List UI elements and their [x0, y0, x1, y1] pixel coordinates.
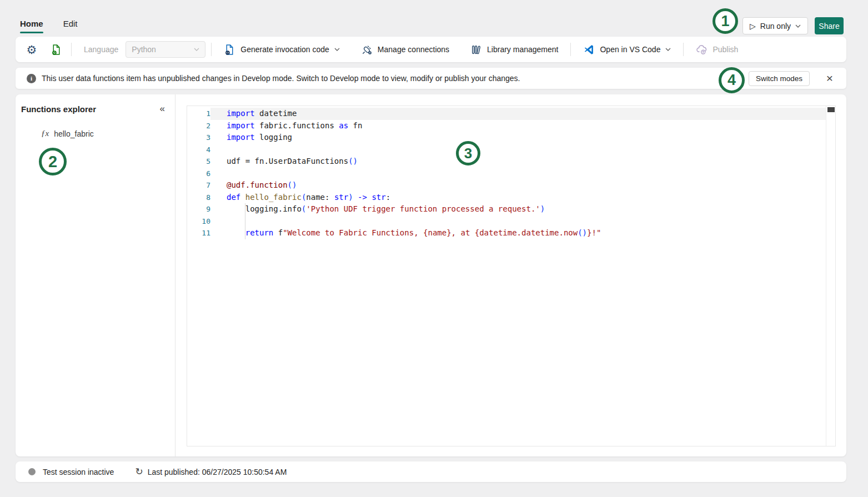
language-label: Language [84, 45, 118, 54]
functions-explorer: Functions explorer « ƒxhello_fabric [16, 94, 175, 456]
code-text: logging.info('Python UDF trigger functio… [210, 203, 826, 215]
line-number: 8 [187, 192, 210, 204]
line-number: 11 [187, 227, 210, 239]
code-line-7: 7@udf.function() [187, 179, 826, 192]
main-panel: Functions explorer « ƒxhello_fabric 1imp… [16, 94, 846, 456]
code-lines: 1import datetime2import fabric.functions… [187, 108, 826, 239]
code-line-11: 11 return f"Welcome to Fabric Functions,… [187, 227, 826, 239]
annotation-circle-2: 2 [39, 148, 67, 175]
code-text: def hello_fabric(name: str) -> str: [210, 192, 826, 204]
line-number: 7 [187, 179, 210, 192]
fx-icon: ƒx [41, 129, 49, 138]
function-item-hello_fabric[interactable]: ƒxhello_fabric [41, 129, 175, 138]
code-text: return f"Welcome to Fabric Functions, {n… [210, 227, 826, 239]
generate-invocation-code-label: Generate invocation code [240, 45, 329, 54]
code-text: import fabric.functions as fn [210, 120, 826, 132]
scrollbar-thumb[interactable] [827, 107, 835, 112]
chevron-down-icon [194, 48, 199, 51]
session-status-dot [28, 468, 36, 475]
toolbar-divider [683, 43, 684, 56]
books-icon [470, 44, 482, 56]
line-number: 6 [187, 168, 210, 180]
toolbar: ⚙ Language Python Generate invocation [16, 37, 846, 62]
generate-invocation-code-button[interactable]: Generate invocation code [217, 40, 347, 59]
publish-button[interactable]: Publish [689, 40, 745, 59]
publish-label: Publish [713, 45, 738, 54]
code-line-4: 4 [187, 144, 826, 156]
annotation-circle-3: 3 [456, 141, 480, 165]
tab-edit[interactable]: Edit [63, 19, 78, 33]
line-number: 1 [187, 108, 210, 120]
chevron-down-icon [334, 48, 340, 51]
code-line-8: 8def hello_fabric(name: str) -> str: [187, 192, 826, 204]
refresh-functions-button[interactable] [47, 40, 66, 59]
vscode-icon [583, 44, 595, 56]
open-in-vscode-button[interactable]: Open in VS Code [576, 40, 678, 59]
code-text [210, 215, 826, 228]
manage-connections-button[interactable]: Manage connections [354, 40, 456, 59]
open-in-vscode-label: Open in VS Code [600, 45, 660, 54]
line-number: 9 [187, 203, 210, 215]
info-icon: i [27, 74, 36, 83]
plug-gear-icon [361, 44, 373, 56]
code-line-6: 6 [187, 168, 826, 180]
line-number: 4 [187, 144, 210, 156]
collapse-sidebar-icon[interactable]: « [160, 103, 165, 114]
run-only-label: Run only [760, 22, 791, 31]
language-select: Python [126, 41, 205, 58]
code-line-2: 2import fabric.functions as fn [187, 120, 826, 132]
cloud-upload-icon [696, 44, 708, 56]
session-status-label: Test session inactive [43, 468, 114, 476]
run-only-button[interactable]: ▷ Run only [742, 17, 808, 34]
settings-button[interactable]: ⚙ [22, 40, 41, 59]
play-icon: ▷ [750, 22, 756, 31]
toolbar-divider [211, 43, 212, 56]
annotation-circle-1: 1 [713, 8, 738, 34]
code-text: @udf.function() [210, 179, 826, 192]
switch-modes-button[interactable]: Switch modes [749, 71, 810, 86]
banner-message: This user data functions item has unpubl… [42, 74, 520, 83]
annotation-circle-4: 4 [719, 67, 745, 93]
tab-home[interactable]: Home [20, 19, 43, 33]
code-line-3: 3import logging [187, 132, 826, 144]
share-button[interactable]: Share [815, 17, 844, 34]
code-text: udf = fn.UserDataFunctions() [210, 155, 826, 168]
last-published-label: Last published: 06/27/2025 10:50:54 AM [148, 468, 287, 476]
code-editor[interactable]: 1import datetime2import fabric.functions… [187, 106, 836, 446]
editor-scrollbar[interactable] [826, 106, 835, 446]
code-text: import datetime [210, 108, 826, 120]
refresh-icon[interactable]: ↻ [135, 466, 143, 478]
library-management-label: Library management [487, 45, 558, 54]
document-code-icon [224, 44, 235, 56]
code-text [210, 168, 826, 180]
functions-explorer-title: Functions explorer [21, 104, 96, 114]
chevron-down-icon [665, 48, 671, 51]
status-bar: Test session inactive ↻ Last published: … [16, 461, 846, 482]
toolbar-divider [570, 43, 571, 56]
library-management-button[interactable]: Library management [464, 40, 565, 59]
language-value: Python [132, 45, 156, 54]
toolbar-divider [71, 43, 72, 56]
function-item-label: hello_fabric [54, 129, 94, 138]
line-number: 5 [187, 155, 210, 168]
functions-list: ƒxhello_fabric [16, 129, 175, 138]
manage-connections-label: Manage connections [378, 45, 449, 54]
code-line-9: 9 logging.info('Python UDF trigger funct… [187, 203, 826, 215]
line-number: 10 [187, 215, 210, 228]
header-actions: ▷ Run only Share [742, 17, 844, 34]
code-text [210, 144, 826, 156]
view-tabs: Home Edit [20, 19, 78, 33]
editor-area: 1import datetime2import fabric.functions… [175, 94, 846, 456]
code-line-5: 5udf = fn.UserDataFunctions() [187, 155, 826, 168]
gear-icon: ⚙ [27, 44, 37, 56]
line-number: 3 [187, 132, 210, 144]
line-number: 2 [187, 120, 210, 132]
code-line-10: 10 [187, 215, 826, 228]
document-refresh-icon [51, 44, 62, 56]
close-icon[interactable]: × [822, 71, 837, 86]
code-text: import logging [210, 132, 826, 144]
code-line-1: 1import datetime [187, 108, 826, 120]
chevron-down-icon [795, 24, 801, 28]
